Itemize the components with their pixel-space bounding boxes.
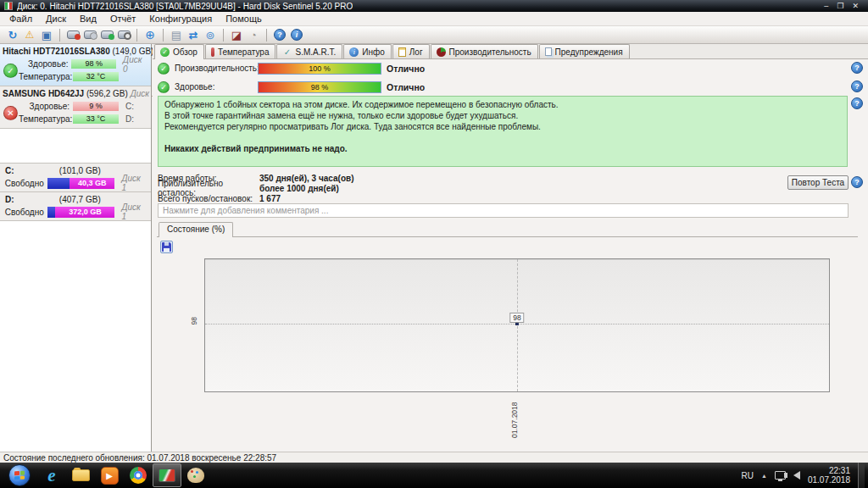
start-button[interactable]: [8, 464, 31, 486]
performance-monitor-icon[interactable]: [228, 28, 245, 42]
menu-view[interactable]: Вид: [73, 13, 103, 25]
retest-button[interactable]: Повтор Теста: [787, 175, 849, 190]
taskbar-clock[interactable]: 22:31 01.07.2018: [808, 466, 850, 485]
menu-file[interactable]: Файл: [3, 13, 39, 25]
temperature-bar: 33 °C: [73, 114, 119, 124]
tab-overview[interactable]: Обзор: [154, 44, 204, 59]
toolbar-separator: [223, 29, 224, 42]
free-label: Свободно: [3, 179, 47, 188]
disk-number: Диск 0: [123, 55, 148, 74]
health-status: Отлично: [387, 82, 425, 92]
tab-smart[interactable]: S.M.A.R.T.: [276, 44, 342, 58]
menu-configuration[interactable]: Конфигурация: [142, 13, 219, 25]
partition-letter: C:: [5, 166, 14, 175]
windows-flag-icon: [14, 471, 25, 480]
disk-title: SAMSUNG HD642JJ (596,2 GB) Диск 1: [3, 88, 148, 100]
health-bar: 98 %: [258, 81, 381, 93]
app-icon: [4, 2, 13, 10]
tab-info[interactable]: Инфо: [343, 44, 392, 58]
menu-report[interactable]: Отчёт: [103, 13, 142, 25]
window-title: Диск: 0. Hitachi HDT721016SLA380 [STA0L7…: [17, 2, 353, 11]
sync-icon[interactable]: [185, 28, 202, 42]
comment-input[interactable]: [158, 203, 849, 218]
message-line: Обнаружено 1 сбойных сектора на этом дис…: [164, 99, 841, 110]
partition-item-d[interactable]: D: (407,7 GB) Свободно 372,0 GB Диск 1: [0, 192, 151, 221]
documentation-icon[interactable]: [168, 28, 185, 42]
taskbar-paint[interactable]: [181, 463, 210, 487]
paint-palette-icon: [187, 468, 204, 483]
status-report-icon[interactable]: [38, 28, 55, 42]
save-chart-button[interactable]: [160, 241, 173, 253]
health-label: Здоровье:: [19, 59, 71, 69]
refresh-icon[interactable]: [4, 28, 21, 42]
clock-date: 01.07.2018: [808, 475, 850, 485]
taskbar-explorer[interactable]: [66, 463, 95, 487]
lifetime-remaining-row: Приблизительно осталось: более 1000 дня(…: [158, 183, 339, 193]
main-panel: Обзор Температура S.M.A.R.T. Инфо Лог Пр…: [153, 44, 868, 452]
disk-status-ok-icon: ✓: [3, 64, 18, 78]
titlebar: Диск: 0. Hitachi HDT721016SLA380 [STA0L7…: [0, 0, 868, 12]
log-document-icon: [398, 47, 406, 57]
pages-icon: [545, 47, 552, 56]
disk-ok-icon[interactable]: [98, 28, 115, 42]
health-bar: 98 %: [71, 59, 116, 69]
help-icon[interactable]: ?: [851, 80, 863, 92]
disk-item-samsung[interactable]: SAMSUNG HD642JJ (596,2 GB) Диск 1 ✕ Здор…: [0, 86, 151, 129]
close-button[interactable]: ✕: [852, 2, 859, 10]
minimize-button[interactable]: –: [824, 2, 828, 10]
language-indicator[interactable]: RU: [742, 471, 754, 480]
performance-label: Производительность:: [175, 64, 253, 73]
chart-plot-area: 98: [204, 258, 830, 392]
menu-help[interactable]: Помощь: [219, 13, 269, 25]
toolbar-separator: [59, 29, 60, 42]
free-space-bar: 372,0 GB: [47, 207, 115, 218]
chrome-icon: [130, 467, 147, 484]
taskbar-hard-disk-sentinel[interactable]: [153, 463, 181, 487]
taskbar: e ▶ RU ▲ 22:31 01.07.2018: [0, 463, 868, 488]
status-text: Состояние последнего обновления: 01.07.2…: [3, 453, 276, 463]
gauge-icon: [437, 47, 446, 57]
info-icon[interactable]: i: [288, 28, 305, 42]
taskbar-internet-explorer[interactable]: e: [37, 463, 66, 487]
taskbar-chrome[interactable]: [124, 463, 153, 487]
floppy-icon: [162, 242, 171, 252]
tab-alerts[interactable]: Предупреждения: [539, 44, 630, 58]
taskbar-media-player[interactable]: ▶: [95, 463, 124, 487]
clock-time: 22:31: [808, 466, 850, 475]
maximize-button[interactable]: ❐: [837, 2, 843, 10]
volume-tray-icon[interactable]: [793, 471, 800, 480]
menubar: Файл Диск Вид Отчёт Конфигурация Помощь: [0, 12, 868, 26]
chart-ytick: 98: [190, 317, 198, 324]
disk-item-hitachi[interactable]: Hitachi HDT721016SLA380 (149,0 GB) ✓ Здо…: [0, 44, 151, 86]
disk-search-icon[interactable]: [115, 28, 132, 42]
tab-log[interactable]: Лог: [392, 44, 430, 58]
disk-control-icon[interactable]: [81, 28, 98, 42]
message-advice: Никаких действий предпринимать не надо.: [164, 143, 841, 154]
network-icon[interactable]: [202, 28, 219, 42]
partition-item-c[interactable]: C: (101,0 GB) Свободно 40,3 GB Диск 1: [0, 164, 151, 192]
acoustic-icon[interactable]: [245, 28, 262, 42]
online-status-icon[interactable]: [142, 28, 159, 42]
show-desktop-button[interactable]: [858, 463, 865, 488]
performance-row: ✓ Производительность: 100 % Отлично: [158, 62, 425, 75]
toolbar-separator: [266, 29, 267, 42]
problems-report-icon[interactable]: [21, 28, 38, 42]
temperature-label: Температура:: [19, 114, 73, 124]
disk-test-icon[interactable]: [64, 28, 81, 42]
help-icon[interactable]: ?: [851, 62, 863, 74]
chart-point-label: 98: [509, 313, 524, 323]
help-icon[interactable]: ?: [851, 176, 863, 188]
chart-tab-state[interactable]: Состояние (%): [159, 222, 233, 237]
help-icon[interactable]: ?: [851, 97, 863, 109]
menu-disk[interactable]: Диск: [39, 13, 73, 25]
health-bar: 9 %: [73, 102, 119, 111]
hidden-icons-arrow[interactable]: ▲: [761, 473, 767, 479]
help-icon[interactable]: ?: [271, 28, 288, 42]
health-label: Здоровье:: [19, 102, 73, 111]
internet-explorer-icon: e: [47, 465, 55, 486]
performance-bar: 100 %: [258, 63, 381, 75]
overview-check-icon: [160, 47, 170, 57]
tab-performance[interactable]: Производительность: [431, 44, 538, 58]
thermometer-icon: [211, 47, 214, 57]
tab-temperature[interactable]: Температура: [205, 44, 276, 58]
